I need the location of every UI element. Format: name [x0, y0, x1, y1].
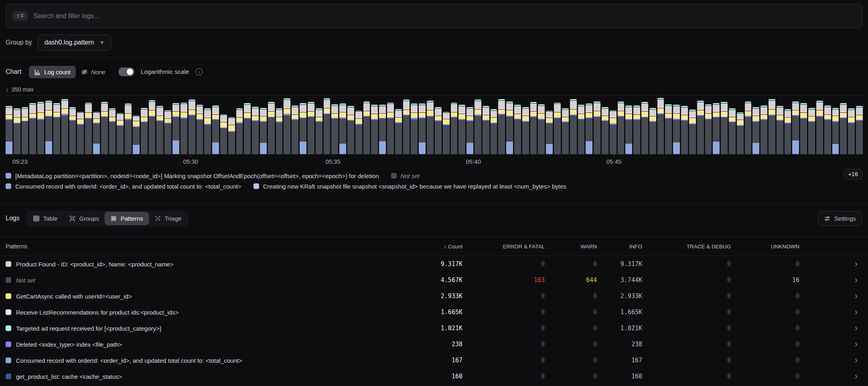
chart-bar[interactable] [236, 108, 243, 154]
chart-bar[interactable] [22, 107, 28, 154]
chevron-right-icon[interactable]: › [799, 308, 862, 317]
chart-bar[interactable] [29, 103, 36, 154]
chart-bar[interactable] [451, 103, 458, 154]
chart-bar[interactable] [395, 109, 402, 154]
chart-bar[interactable] [506, 102, 513, 154]
table-row[interactable]: Product Found - ID: <product_id>, Name: … [0, 256, 868, 272]
chart-bar[interactable] [133, 116, 140, 154]
chart-bar[interactable] [125, 104, 132, 154]
chart-bar[interactable] [149, 100, 156, 154]
chart-bar[interactable] [673, 105, 680, 154]
chart-bar[interactable] [189, 100, 195, 154]
chart-bar[interactable] [491, 109, 497, 154]
chart-bar[interactable] [570, 99, 577, 154]
chart-bar[interactable] [761, 106, 767, 154]
chart-bar[interactable] [546, 111, 553, 154]
chart-bar[interactable] [156, 106, 163, 154]
chart-bar[interactable] [705, 104, 712, 154]
chart-bar[interactable] [411, 104, 418, 154]
table-row[interactable]: Receive ListRecommendations for product … [0, 304, 868, 320]
chart-bar[interactable] [331, 104, 338, 154]
chart-bar[interactable] [387, 103, 394, 154]
search-bar[interactable]: ⇧F Search and filter logs... [6, 4, 862, 28]
chart-bar[interactable] [435, 107, 442, 154]
legend-item[interactable]: Creating new KRaft snapshot file snapsho… [254, 183, 566, 190]
chart-bar[interactable] [292, 106, 298, 154]
legend-item[interactable]: Not set [391, 173, 420, 179]
table-row[interactable]: Targeted ad request received for [<produ… [0, 320, 868, 336]
chart-bar[interactable] [228, 117, 235, 154]
chart-bar[interactable] [93, 112, 100, 154]
chart-bar[interactable] [308, 102, 314, 154]
chart-bar[interactable] [514, 105, 521, 154]
chart-bar[interactable] [594, 102, 600, 154]
chart-bar[interactable] [220, 114, 227, 154]
table-row[interactable]: Deleted <index_type> index <file_path>23… [0, 336, 868, 352]
chart-bar[interactable] [538, 104, 545, 154]
chart-bar[interactable] [180, 103, 187, 154]
tab-groups[interactable]: Groups [63, 212, 105, 225]
table-row[interactable]: Consumed record with orderId: <order_id>… [0, 352, 868, 368]
table-row[interactable]: get_product_list: cache <cache_status>16… [0, 368, 868, 384]
chart-bar[interactable] [689, 110, 696, 154]
chart-bar[interactable] [498, 99, 505, 154]
chart-bar[interactable] [276, 108, 283, 154]
chart-bar[interactable] [284, 98, 290, 154]
chart-bar[interactable] [610, 110, 617, 154]
chart-bar[interactable] [475, 100, 481, 154]
chart-bar[interactable] [777, 106, 783, 154]
chart-bar[interactable] [316, 108, 322, 154]
legend-item[interactable]: Consumed record with orderId: <order_id>… [6, 183, 241, 190]
chevron-right-icon[interactable]: › [799, 340, 862, 349]
chart-bar[interactable] [697, 101, 704, 154]
table-row[interactable]: GetCartAsync called with userId=<user_id… [0, 288, 868, 304]
chart-bar[interactable] [721, 102, 728, 154]
chart-bar[interactable] [832, 108, 839, 154]
chart-bar[interactable] [164, 110, 171, 154]
chart-bar[interactable] [77, 112, 84, 154]
chart-bar[interactable] [602, 107, 608, 154]
chevron-right-icon[interactable]: › [799, 260, 862, 268]
chart-bar[interactable] [586, 104, 592, 154]
chart-bar[interactable] [681, 106, 688, 154]
chart-bar[interactable] [824, 106, 831, 154]
chart-bar[interactable] [204, 108, 211, 154]
chart-bar[interactable] [633, 106, 640, 154]
chart-bar[interactable] [117, 113, 124, 154]
tab-patterns[interactable]: Patterns [105, 212, 149, 225]
chart-bar[interactable] [443, 112, 450, 154]
chart-bar[interactable] [14, 108, 20, 154]
chart-bar[interactable] [6, 106, 12, 154]
chart-bar[interactable] [769, 99, 775, 154]
chart-bar[interactable] [785, 109, 791, 154]
chart-bar[interactable] [371, 105, 378, 154]
chart-bar[interactable] [618, 102, 625, 154]
chart-bar[interactable] [800, 103, 807, 154]
legend-overflow-badge[interactable]: +16 [844, 169, 862, 179]
chart-bar[interactable] [379, 105, 386, 154]
column-header-trace-debug[interactable]: TRACE & DEBUG [642, 244, 731, 250]
chart-bar[interactable] [578, 105, 585, 154]
chart-bar[interactable] [745, 102, 752, 154]
chart-bar[interactable] [101, 102, 108, 154]
chevron-right-icon[interactable]: › [799, 292, 862, 301]
chart-bar[interactable] [45, 101, 52, 154]
chart-bar[interactable] [816, 101, 823, 154]
tab-triage[interactable]: Triage [149, 212, 187, 225]
chevron-right-icon[interactable]: › [799, 356, 862, 365]
column-header-error-fatal[interactable]: ERROR & FATAL [462, 244, 545, 250]
column-header-info[interactable]: INFO [597, 244, 642, 250]
chart-bar[interactable] [324, 98, 331, 154]
chart-bar[interactable] [665, 104, 672, 154]
chart-bar[interactable] [737, 112, 744, 154]
logarithmic-scale-toggle[interactable] [118, 67, 134, 76]
column-header-count[interactable]: ↓ Count [402, 244, 462, 250]
chart-bar[interactable] [85, 103, 92, 154]
chart-bar[interactable] [625, 106, 632, 154]
settings-button[interactable]: Settings [817, 211, 862, 226]
chart-bar[interactable] [466, 107, 473, 154]
chart-bar[interactable] [752, 107, 759, 154]
chart-bar[interactable] [483, 106, 489, 154]
chart-bar[interactable] [808, 108, 815, 154]
chevron-right-icon[interactable]: › [799, 276, 862, 284]
